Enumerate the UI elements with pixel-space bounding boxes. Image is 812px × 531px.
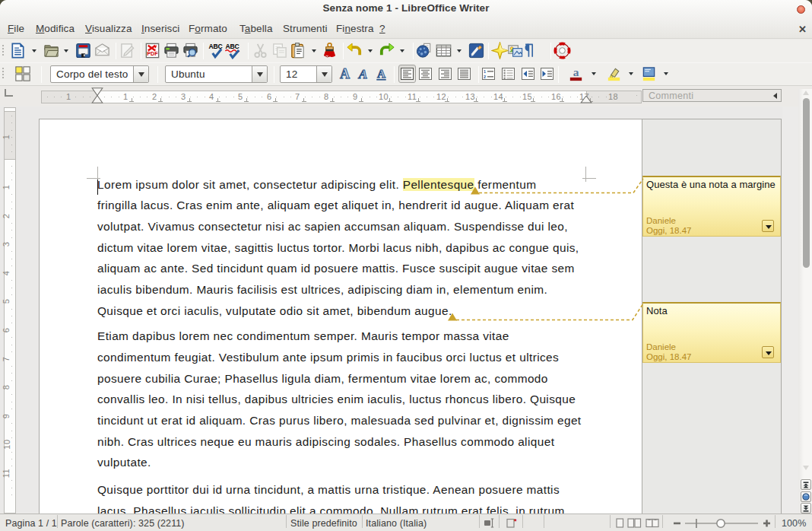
svg-text:1: 1	[484, 69, 486, 74]
svg-text:*: *	[514, 518, 517, 525]
svg-text:2: 2	[484, 75, 486, 79]
svg-text:A: A	[377, 67, 385, 80]
svg-text:a: a	[573, 65, 579, 78]
svg-text:A: A	[340, 66, 350, 81]
svg-text:ABC: ABC	[225, 43, 239, 50]
svg-text:PDF: PDF	[147, 51, 158, 57]
svg-text:A: A	[358, 67, 368, 81]
